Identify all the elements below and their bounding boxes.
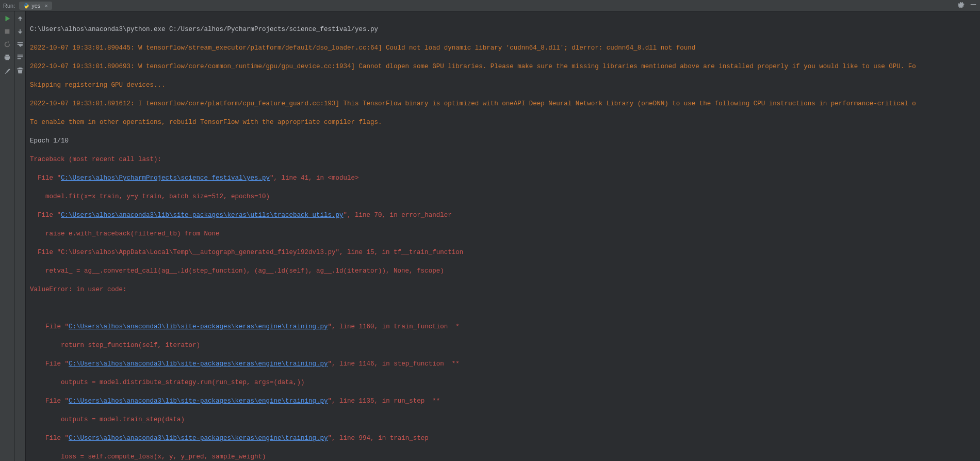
value-error-header: ValueError: in user code:	[30, 285, 980, 294]
scroll-to-end-icon[interactable]	[16, 53, 24, 61]
file-link[interactable]: C:\Users\alhos\anaconda3\lib\site-packag…	[69, 323, 328, 330]
svg-rect-2	[7, 41, 8, 43]
rerun-icon[interactable]	[3, 14, 11, 22]
file-link[interactable]: C:\Users\alhos\anaconda3\lib\site-packag…	[69, 398, 328, 405]
log-warning: 2022-10-07 19:33:01.890693: W tensorflow…	[30, 62, 980, 71]
tab-label: yes	[31, 3, 40, 9]
run-toolbar-secondary	[14, 11, 26, 461]
traceback-code: raise e.with_traceback(filtered_tb) from…	[30, 229, 980, 239]
pin-icon[interactable]	[3, 66, 11, 74]
svg-rect-0	[971, 4, 976, 5]
down-icon[interactable]	[16, 27, 24, 35]
blank-line	[30, 304, 980, 313]
python-icon	[23, 3, 29, 9]
restart-icon[interactable]	[3, 40, 11, 48]
traceback-code: outputs = model.distribute_strategy.run(…	[30, 378, 980, 387]
file-link[interactable]: C:\Users\alhos\anaconda3\lib\site-packag…	[69, 435, 328, 442]
run-toolbar-primary	[0, 11, 14, 461]
log-info: To enable them in other operations, rebu…	[30, 118, 980, 127]
soft-wrap-icon[interactable]	[16, 40, 24, 48]
tab-close-icon[interactable]: ×	[44, 3, 47, 9]
traceback-code: model.fit(x=x_train, y=y_train, batch_si…	[30, 192, 980, 201]
traceback-frame: File "C:\Users\alhos\anaconda3\lib\site-…	[30, 359, 980, 369]
traceback-code: outputs = model.train_step(data)	[30, 415, 980, 424]
run-tab-yes[interactable]: yes ×	[19, 2, 52, 10]
traceback-frame: File "C:\Users\alhos\anaconda3\lib\site-…	[30, 322, 980, 331]
minimize-icon[interactable]	[970, 1, 977, 10]
log-warning: Skipping registering GPU devices...	[30, 81, 980, 90]
trash-icon[interactable]	[16, 66, 24, 74]
gear-icon[interactable]	[957, 1, 965, 10]
file-link[interactable]: C:\Users\alhos\anaconda3\lib\site-packag…	[69, 360, 328, 368]
traceback-code: retval_ = ag__.converted_call(ag__.ld(st…	[30, 266, 980, 276]
file-link[interactable]: C:\Users\alhos\anaconda3\lib\site-packag…	[61, 212, 344, 219]
log-info: 2022-10-07 19:33:01.891612: I tensorflow…	[30, 99, 980, 108]
stop-icon[interactable]	[3, 27, 11, 35]
log-warning: 2022-10-07 19:33:01.890445: W tensorflow…	[30, 43, 980, 53]
command-line: C:\Users\alhos\anaconda3\python.exe C:/U…	[30, 25, 980, 34]
print-icon[interactable]	[3, 53, 11, 61]
traceback-frame: File "C:\Users\alhos\AppData\Local\Temp\…	[30, 248, 980, 257]
epoch-line: Epoch 1/10	[30, 136, 980, 146]
file-link[interactable]: C:\Users\alhos\PycharmProjects\science_f…	[61, 174, 270, 182]
run-label: Run:	[3, 3, 15, 9]
traceback-code: loss = self.compute_loss(x, y, y_pred, s…	[30, 452, 980, 461]
traceback-frame: File "C:\Users\alhos\PycharmProjects\sci…	[30, 173, 980, 183]
svg-rect-1	[5, 29, 9, 34]
run-tab-bar: Run: yes ×	[0, 0, 980, 11]
traceback-header: Traceback (most recent call last):	[30, 155, 980, 164]
console-output[interactable]: C:\Users\alhos\anaconda3\python.exe C:/U…	[26, 11, 980, 461]
up-icon[interactable]	[16, 14, 24, 22]
traceback-frame: File "C:\Users\alhos\anaconda3\lib\site-…	[30, 211, 980, 220]
traceback-frame: File "C:\Users\alhos\anaconda3\lib\site-…	[30, 396, 980, 406]
traceback-frame: File "C:\Users\alhos\anaconda3\lib\site-…	[30, 434, 980, 443]
traceback-code: return step_function(self, iterator)	[30, 341, 980, 350]
